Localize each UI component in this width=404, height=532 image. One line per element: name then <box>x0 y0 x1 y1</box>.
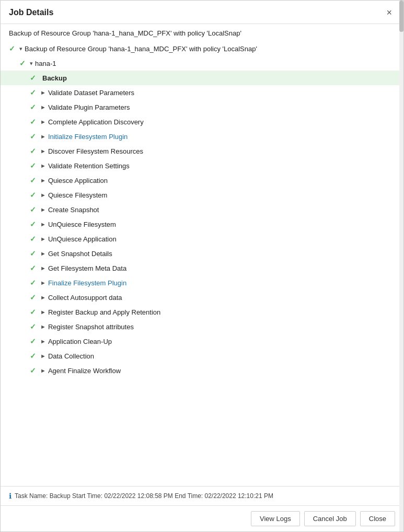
scrollbar-track[interactable] <box>399 1 403 531</box>
tree-row[interactable]: ✓► Create Snapshot <box>1 202 403 217</box>
tree-row[interactable]: ✓► Finalize Filesystem Plugin <box>1 275 403 290</box>
check-icon: ✓ <box>30 147 40 155</box>
expander-icon[interactable]: ► <box>40 353 46 359</box>
tree-row[interactable]: ✓► Register Snapshot attributes <box>1 319 403 334</box>
footer-info-text: Task Name: Backup Start Time: 02/22/2022… <box>15 492 273 500</box>
expander-icon[interactable]: ► <box>40 119 46 125</box>
tree-label: Register Snapshot attributes <box>48 323 134 331</box>
check-icon: ✓ <box>30 279 40 287</box>
tree-row[interactable]: ✓► Validate Retention Settings <box>1 158 403 173</box>
modal-subtitle: Backup of Resource Group 'hana-1_hana_MD… <box>1 24 403 41</box>
expander-icon[interactable]: ► <box>40 323 46 330</box>
info-icon: ℹ <box>9 492 11 500</box>
check-icon: ✓ <box>30 352 40 360</box>
expander-icon[interactable]: ► <box>40 367 46 374</box>
close-button[interactable]: Close <box>360 511 395 526</box>
tree-label: Data Collection <box>48 352 94 360</box>
tree-row[interactable]: ✓▾ hana-1 <box>1 56 403 71</box>
check-icon: ✓ <box>30 191 40 199</box>
close-icon[interactable]: × <box>383 7 395 18</box>
tree-row[interactable]: ✓► Get Filesystem Meta Data <box>1 261 403 275</box>
tree-label: hana-1 <box>35 60 56 67</box>
tree-label: Backup <box>42 74 67 82</box>
expander-icon[interactable]: ► <box>40 206 46 213</box>
footer-info: ℹ Task Name: Backup Start Time: 02/22/20… <box>1 486 403 505</box>
tree-row[interactable]: ✓► Validate Dataset Parameters <box>1 85 403 100</box>
expander-icon[interactable]: ► <box>40 294 46 300</box>
tree-label: UnQuiesce Filesystem <box>48 221 116 228</box>
expander-icon[interactable]: ► <box>40 133 46 140</box>
tree-label: Quiesce Filesystem <box>48 191 107 199</box>
expander-icon[interactable]: ► <box>40 221 46 227</box>
tree-row[interactable]: ✓► Agent Finalize Workflow <box>1 363 403 378</box>
modal-title: Job Details <box>9 8 53 17</box>
tree-label: Backup of Resource Group 'hana-1_hana_MD… <box>25 45 257 53</box>
check-icon: ✓ <box>9 44 19 53</box>
check-icon: ✓ <box>30 132 40 141</box>
check-icon: ✓ <box>30 322 40 331</box>
scrollbar-thumb[interactable] <box>399 1 403 32</box>
job-tree: ✓▾ Backup of Resource Group 'hana-1_hana… <box>1 41 403 486</box>
job-details-modal: Job Details × Backup of Resource Group '… <box>0 0 404 532</box>
tree-row[interactable]: ✓► Quiesce Application <box>1 173 403 188</box>
tree-label: UnQuiesce Application <box>48 235 117 243</box>
tree-row[interactable]: ✓► Validate Plugin Parameters <box>1 100 403 114</box>
expander-icon[interactable]: ▾ <box>19 45 22 52</box>
tree-row[interactable]: ✓► Collect Autosupport data <box>1 290 403 305</box>
expander-icon[interactable]: ► <box>40 177 46 183</box>
tree-row[interactable]: ✓► UnQuiesce Application <box>1 232 403 246</box>
check-icon: ✓ <box>30 264 40 272</box>
check-icon: ✓ <box>30 220 40 228</box>
view-logs-button[interactable]: View Logs <box>251 511 300 526</box>
expander-icon[interactable]: ► <box>40 265 46 271</box>
check-icon: ✓ <box>30 74 40 82</box>
tree-row[interactable]: ✓► Initialize Filesystem Plugin <box>1 129 403 144</box>
tree-row[interactable]: ✓► Discover Filesystem Resources <box>1 144 403 158</box>
expander-icon[interactable]: ► <box>40 148 46 154</box>
check-icon: ✓ <box>30 161 40 170</box>
modal-footer: View Logs Cancel Job Close <box>1 505 403 531</box>
check-icon: ✓ <box>30 103 40 111</box>
check-icon: ✓ <box>30 176 40 184</box>
expander-icon[interactable]: ▾ <box>30 60 33 67</box>
check-icon: ✓ <box>30 293 40 302</box>
tree-row[interactable]: ✓► Application Clean-Up <box>1 334 403 349</box>
expander-icon[interactable]: ► <box>40 89 46 96</box>
tree-row[interactable]: ✓► Data Collection <box>1 349 403 363</box>
expander-icon[interactable]: ► <box>40 338 46 344</box>
tree-row[interactable]: ✓► Complete Application Discovery <box>1 114 403 129</box>
expander-icon[interactable]: ► <box>40 163 46 169</box>
tree-label: Register Backup and Apply Retention <box>48 308 160 316</box>
tree-label: Complete Application Discovery <box>48 118 144 126</box>
check-icon: ✓ <box>30 88 40 97</box>
expander-icon[interactable]: ► <box>40 280 46 286</box>
tree-row[interactable]: ✓Backup <box>1 71 403 85</box>
tree-label[interactable]: Finalize Filesystem Plugin <box>48 279 126 287</box>
check-icon: ✓ <box>30 205 40 214</box>
expander-icon[interactable]: ► <box>40 192 46 198</box>
expander-icon[interactable]: ► <box>40 309 46 315</box>
tree-label: Create Snapshot <box>48 206 99 214</box>
tree-row[interactable]: ✓► Quiesce Filesystem <box>1 188 403 202</box>
check-icon: ✓ <box>30 249 40 258</box>
expander-icon[interactable]: ► <box>40 250 46 257</box>
tree-label: Discover Filesystem Resources <box>48 147 143 155</box>
tree-row[interactable]: ✓▾ Backup of Resource Group 'hana-1_hana… <box>1 41 403 56</box>
expander-icon[interactable]: ► <box>40 236 46 242</box>
tree-row[interactable]: ✓► Register Backup and Apply Retention <box>1 305 403 319</box>
tree-row[interactable]: ✓► UnQuiesce Filesystem <box>1 217 403 232</box>
tree-label: Application Clean-Up <box>48 338 112 345</box>
tree-row[interactable]: ✓► Get Snapshot Details <box>1 246 403 261</box>
cancel-job-button[interactable]: Cancel Job <box>304 511 356 526</box>
tree-label: Get Filesystem Meta Data <box>48 264 126 272</box>
check-icon: ✓ <box>19 59 30 67</box>
tree-label[interactable]: Initialize Filesystem Plugin <box>48 133 128 141</box>
tree-label: Quiesce Application <box>48 177 108 184</box>
expander-icon[interactable]: ► <box>40 104 46 110</box>
modal-header: Job Details × <box>1 1 403 24</box>
tree-label: Get Snapshot Details <box>48 250 112 258</box>
tree-label: Collect Autosupport data <box>48 294 122 302</box>
tree-label: Validate Dataset Parameters <box>48 89 134 97</box>
tree-label: Agent Finalize Workflow <box>48 367 121 375</box>
check-icon: ✓ <box>30 337 40 345</box>
